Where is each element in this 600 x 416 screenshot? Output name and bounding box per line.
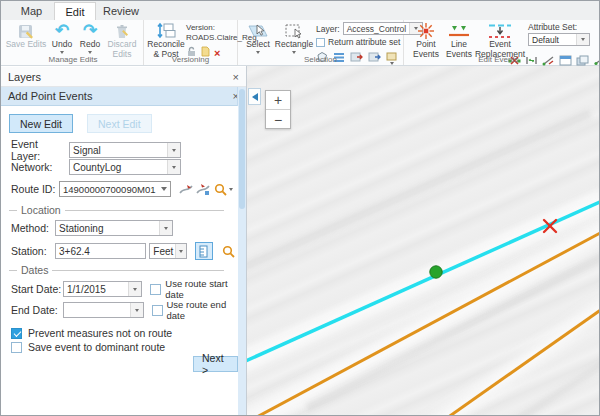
next-edit-button[interactable]: Next Edit: [87, 114, 152, 133]
network-value: CountyLog: [70, 162, 167, 173]
add-point-events-title: Add Point Events: [8, 90, 92, 102]
panel-scrollbar[interactable]: [237, 87, 246, 416]
layers-pane-title: Layers: [8, 71, 41, 83]
add-point-events-header[interactable]: Add Point Events ×: [1, 87, 246, 106]
zoom-in-button[interactable]: +: [266, 91, 290, 110]
versioning-group-label: Versioning: [144, 55, 237, 64]
event-layer-combobox[interactable]: Signal: [69, 142, 181, 158]
select-caret-icon: [256, 51, 260, 54]
attribute-set-column: Attribute Set: Default: [528, 22, 590, 46]
discard-edits-button[interactable]: Discard Edits: [101, 22, 143, 60]
next-button[interactable]: Next >: [193, 356, 238, 372]
select-icon: [247, 22, 269, 40]
save-to-dominant-checkbox[interactable]: [11, 342, 22, 353]
tab-map[interactable]: Map: [9, 2, 54, 20]
end-date-label: End Date:: [11, 304, 63, 316]
dates-section-label: Dates: [21, 264, 48, 276]
zoom-out-button[interactable]: −: [266, 110, 290, 129]
network-arrow-icon[interactable]: [167, 160, 180, 174]
redo-button[interactable]: ↷ Redo: [77, 22, 103, 54]
dates-section-separator: Dates: [9, 264, 224, 276]
select-button[interactable]: Select: [243, 22, 273, 54]
zoom-to-route-button[interactable]: [212, 180, 235, 198]
attribute-set-arrow-icon[interactable]: [576, 34, 589, 45]
use-route-start-date-label: Use route start date: [165, 278, 237, 300]
use-route-end-date-checkbox[interactable]: [152, 305, 163, 316]
save-edits-button[interactable]: Save Edits: [5, 22, 47, 50]
edit-events-group: Point Events Line Events Event Replaceme…: [404, 20, 593, 65]
event-line-2[interactable]: [447, 309, 600, 416]
edit-events-group-label: Edit Events: [404, 55, 593, 64]
map-view[interactable]: + −: [247, 66, 600, 416]
select-route-on-map-icon[interactable]: [177, 180, 194, 198]
station-label: Station:: [11, 245, 55, 257]
pick-station-from-map-button[interactable]: [195, 242, 213, 260]
station-units-arrow-icon[interactable]: [175, 244, 186, 258]
redo-label: Redo: [80, 40, 100, 50]
return-attribute-set-label: Return attribute set: [328, 37, 400, 47]
attribute-set-label: Attribute Set:: [528, 22, 590, 32]
rectangle-select-button[interactable]: Rectangle: [275, 22, 313, 54]
station-value: 3+62.4: [59, 246, 90, 257]
prevent-measures-checkbox[interactable]: [11, 328, 22, 339]
route-id-arrow-icon[interactable]: [158, 187, 170, 191]
select-route-from-selection-icon[interactable]: [195, 180, 212, 198]
redo-icon: ↷: [83, 22, 97, 40]
start-date-arrow-icon[interactable]: [128, 282, 141, 296]
method-combobox[interactable]: Stationing: [55, 220, 173, 236]
selected-route-line[interactable]: [247, 201, 600, 364]
zoom-to-station-icon[interactable]: [219, 242, 237, 260]
network-combobox[interactable]: CountyLog: [69, 159, 181, 175]
location-section-separator: Location: [9, 204, 224, 216]
attribute-set-combobox[interactable]: Default: [528, 33, 590, 46]
save-edits-icon: [17, 22, 35, 40]
point-events-button[interactable]: Point Events: [410, 22, 442, 60]
zoom-to-route-caret-icon: [229, 188, 233, 191]
use-route-end-date-label: Use route end date: [167, 299, 238, 321]
method-label: Method:: [11, 222, 55, 234]
station-units-combobox[interactable]: Feet: [149, 243, 187, 259]
new-edit-button[interactable]: New Edit: [9, 114, 73, 133]
manage-edits-group: Save Edits ↶ Undo ↷ Redo Discard Edits M…: [3, 20, 144, 65]
map-overlay: [247, 66, 600, 416]
new-event-point: [430, 266, 442, 278]
tab-edit[interactable]: Edit: [54, 2, 96, 20]
route-id-combobox[interactable]: 14900000700090M01: [59, 181, 171, 197]
ribbon-tab-strip: Map Edit Review: [1, 1, 599, 20]
rectangle-select-label: Rectangle: [275, 40, 313, 50]
start-date-picker[interactable]: 1/1/2015: [63, 281, 142, 297]
collapse-pane-button[interactable]: [248, 88, 261, 105]
end-date-arrow-icon[interactable]: [130, 303, 143, 317]
layer-label: Layer:: [316, 24, 340, 34]
station-input[interactable]: 3+62.4: [55, 243, 146, 259]
redo-caret-icon: [88, 51, 92, 54]
prevent-measures-label: Prevent measures not on route: [28, 327, 172, 339]
undo-label: Undo: [52, 40, 72, 50]
save-edits-label: Save Edits: [6, 40, 47, 50]
reconcile-post-button[interactable]: Reconcile & Post: [147, 22, 185, 60]
station-units-value: Feet: [150, 246, 175, 257]
collapse-left-arrow-icon: [252, 93, 258, 101]
layer-combobox-value: Access_Control: [344, 24, 410, 34]
event-line-1[interactable]: [255, 232, 600, 416]
layers-close-icon[interactable]: ×: [233, 71, 239, 83]
layers-pane-header[interactable]: Layers ×: [1, 67, 246, 87]
use-route-start-date-checkbox[interactable]: [150, 284, 161, 295]
undo-icon: ↶: [55, 22, 69, 40]
event-layer-arrow-icon[interactable]: [167, 143, 180, 157]
return-attribute-set-checkbox[interactable]: [316, 38, 325, 47]
end-date-picker[interactable]: [63, 302, 144, 318]
version-value: ROADS.Claire_Reg: [186, 33, 238, 43]
panel-scrollbar-thumb[interactable]: [239, 89, 245, 209]
method-arrow-icon[interactable]: [159, 221, 172, 235]
selection-group: Select Rectangle Layer: Access_Control: [238, 20, 404, 65]
discard-edits-icon: [114, 22, 130, 40]
event-layer-value: Signal: [70, 145, 167, 156]
line-events-button[interactable]: Line Events: [444, 22, 474, 60]
select-label: Select: [246, 40, 270, 50]
manage-edits-group-label: Manage Edits: [3, 55, 143, 64]
route-id-value: 14900000700090M01: [60, 184, 158, 195]
undo-button[interactable]: ↶ Undo: [49, 22, 75, 54]
line-events-icon: [448, 22, 470, 40]
tab-review[interactable]: Review: [96, 2, 146, 20]
